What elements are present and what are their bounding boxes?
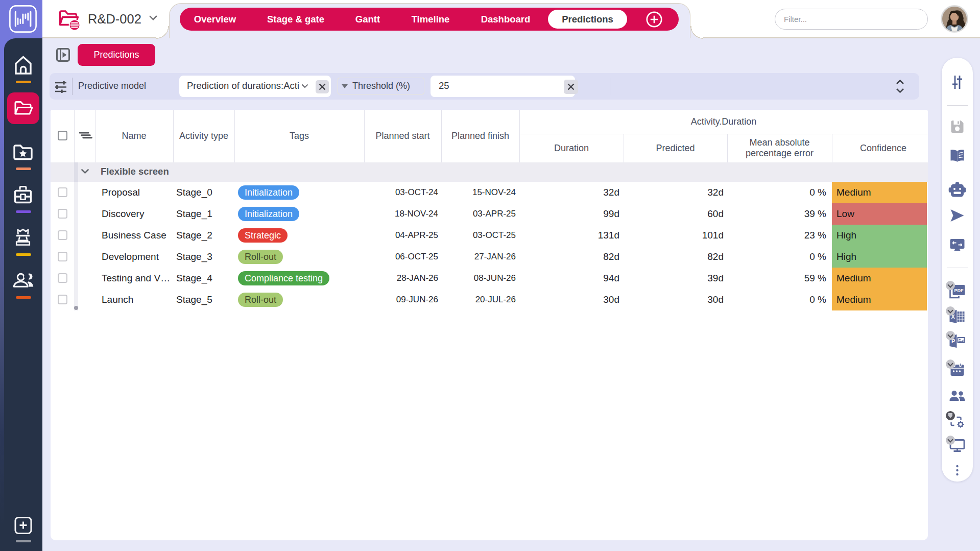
svg-text:PDF: PDF xyxy=(954,288,964,293)
